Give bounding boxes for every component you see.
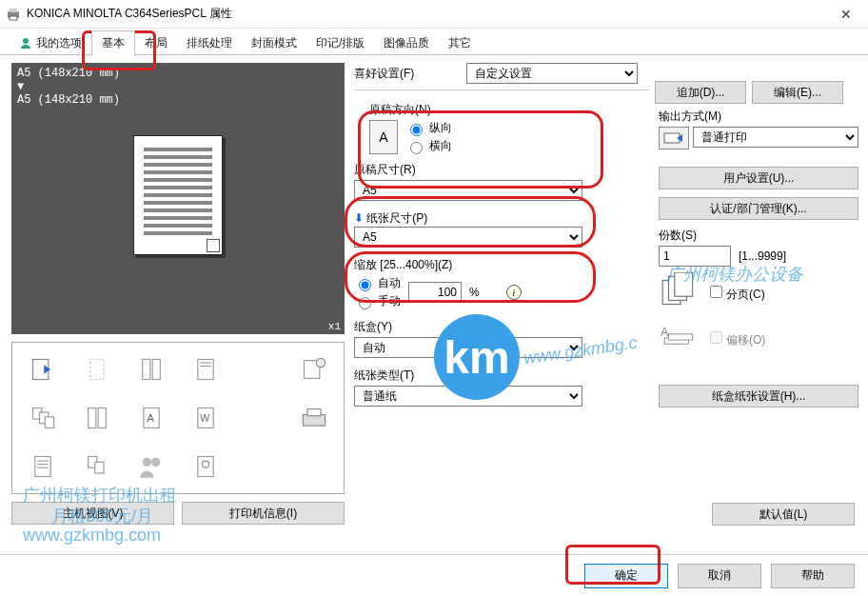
thumb-item[interactable]: A	[125, 395, 177, 442]
thumb-item[interactable]	[287, 395, 340, 442]
tray-label: 纸盒(Y)	[354, 319, 649, 335]
tab-my-options[interactable]: 我的选项	[10, 31, 91, 55]
svg-rect-6	[142, 360, 149, 380]
host-view-button[interactable]: 主机视图(V)	[11, 502, 174, 525]
orientation-icon: A	[369, 120, 398, 154]
thumb-item[interactable]	[233, 347, 286, 393]
tab-other[interactable]: 其它	[439, 31, 481, 55]
tab-basic[interactable]: 基本	[91, 30, 135, 56]
preview-page	[133, 135, 223, 255]
help-button[interactable]: 帮助	[771, 564, 855, 588]
thumb-item[interactable]	[70, 395, 123, 442]
svg-rect-23	[307, 409, 321, 416]
thumb-item[interactable]	[125, 443, 177, 489]
output-method-label: 输出方式(M)	[659, 109, 858, 125]
paper-size-select[interactable]: A5	[354, 227, 582, 248]
paper-type-select[interactable]: 普通纸	[354, 386, 582, 407]
collate-check[interactable]: 分页(C)	[706, 283, 765, 303]
thumb-item[interactable]	[16, 347, 69, 393]
printer-info-button[interactable]: 打印机信息(I)	[182, 502, 345, 525]
tab-quality[interactable]: 图像品质	[374, 31, 439, 55]
side-pane: 追加(D)... 编辑(E)... 输出方式(M) 普通打印 用户设置(U)..…	[659, 63, 858, 549]
check-label: 分页(C)	[726, 288, 765, 301]
radio-label: 手动	[378, 293, 401, 309]
thumb-item[interactable]	[233, 395, 286, 442]
check-label: 偏移(O)	[726, 333, 765, 347]
tab-label: 布局	[145, 35, 168, 51]
favorites-label: 喜好设置(F)	[354, 66, 459, 82]
output-method-select[interactable]: 普通打印	[693, 127, 858, 148]
thumb-item[interactable]	[16, 395, 69, 442]
printer-icon	[6, 7, 21, 22]
copies-input[interactable]	[659, 246, 731, 267]
paper-type-label: 纸张类型(T)	[354, 368, 649, 384]
tab-watermark[interactable]: 印记/排版	[306, 31, 374, 55]
radio-label: 横向	[429, 138, 452, 154]
user-settings-button[interactable]: 用户设置(U)...	[659, 167, 858, 189]
thumb-item[interactable]	[70, 443, 123, 489]
radio-landscape[interactable]: 横向	[405, 138, 452, 154]
copies-label: 份数(S)	[659, 228, 858, 244]
ok-button[interactable]: 确定	[584, 564, 668, 588]
tab-cover[interactable]: 封面模式	[242, 31, 306, 55]
thumb-item[interactable]	[287, 443, 340, 489]
svg-rect-24	[34, 456, 49, 476]
thumb-item[interactable]	[287, 347, 340, 393]
svg-rect-17	[98, 407, 106, 427]
tab-label: 基本	[102, 35, 125, 51]
preview-pane: A5 (148x210 mm) ▼ A5 (148x210 mm) x1	[11, 63, 345, 334]
offset-icon: A	[659, 318, 699, 358]
thumb-item[interactable]	[70, 347, 123, 393]
cancel-button[interactable]: 取消	[678, 564, 761, 588]
tab-strip: 我的选项 基本 布局 排纸处理 封面模式 印记/排版 图像品质 其它	[0, 29, 868, 55]
percent-label: %	[469, 286, 480, 299]
svg-text:W: W	[200, 411, 209, 423]
thumb-item[interactable]	[179, 347, 231, 393]
thumb-item[interactable]	[179, 443, 231, 489]
original-size-select[interactable]: A5	[354, 180, 582, 201]
thumb-item[interactable]: W	[179, 395, 231, 442]
down-arrow-icon: ▼	[17, 80, 339, 93]
tray-select[interactable]: 自动	[354, 337, 582, 358]
svg-point-3	[23, 38, 29, 44]
thumbnail-strip: A W	[11, 342, 345, 494]
svg-rect-29	[94, 462, 103, 473]
auth-button[interactable]: 认证/部门管理(K)...	[659, 197, 858, 220]
favorites-edit-button[interactable]: 编辑(E)...	[752, 81, 843, 104]
preview-size-src: A5 (148x210 mm)	[17, 67, 339, 80]
output-method-icon	[659, 127, 689, 149]
favorites-add-button[interactable]: 追加(D)...	[655, 81, 746, 104]
default-button[interactable]: 默认值(L)	[712, 503, 855, 526]
left-pane: A5 (148x210 mm) ▼ A5 (148x210 mm) x1 A W	[11, 63, 345, 549]
radio-portrait[interactable]: 纵向	[405, 120, 452, 136]
svg-rect-32	[197, 456, 212, 476]
thumb-item[interactable]	[125, 347, 177, 393]
offset-check: 偏移(O)	[706, 328, 765, 348]
zoom-value-input[interactable]	[408, 282, 462, 303]
svg-rect-15	[45, 417, 53, 428]
svg-text:A: A	[661, 326, 669, 339]
tray-settings-button[interactable]: 纸盒纸张设置(H)...	[659, 385, 858, 407]
zoom-label: 缩放 [25...400%](Z)	[354, 257, 649, 273]
preview-size-dst: A5 (148x210 mm)	[17, 93, 339, 107]
tab-label: 封面模式	[251, 35, 297, 51]
radio-zoom-manual[interactable]: 手动	[354, 293, 401, 309]
down-arrow-icon: ⬇	[354, 211, 364, 225]
tab-label: 其它	[448, 35, 471, 51]
radio-zoom-auto[interactable]: 自动	[354, 275, 401, 291]
favorites-select[interactable]: 自定义设置	[466, 63, 638, 84]
svg-text:A: A	[147, 410, 154, 423]
svg-point-12	[316, 359, 325, 368]
paper-size-label: 纸张尺寸(P)	[366, 211, 427, 225]
tab-output[interactable]: 排纸处理	[177, 31, 242, 55]
close-button[interactable]: ✕	[824, 0, 868, 29]
orientation-label: 原稿方向(N)	[369, 102, 649, 118]
tab-layout[interactable]: 布局	[135, 31, 177, 55]
thumb-item[interactable]	[233, 443, 286, 489]
thumb-item[interactable]	[16, 443, 69, 489]
svg-point-30	[142, 457, 150, 466]
tab-label: 图像品质	[384, 35, 429, 51]
window-title: KONICA MINOLTA C364SeriesPCL 属性	[27, 6, 824, 22]
info-icon[interactable]: i	[506, 285, 522, 300]
svg-point-31	[151, 457, 160, 466]
